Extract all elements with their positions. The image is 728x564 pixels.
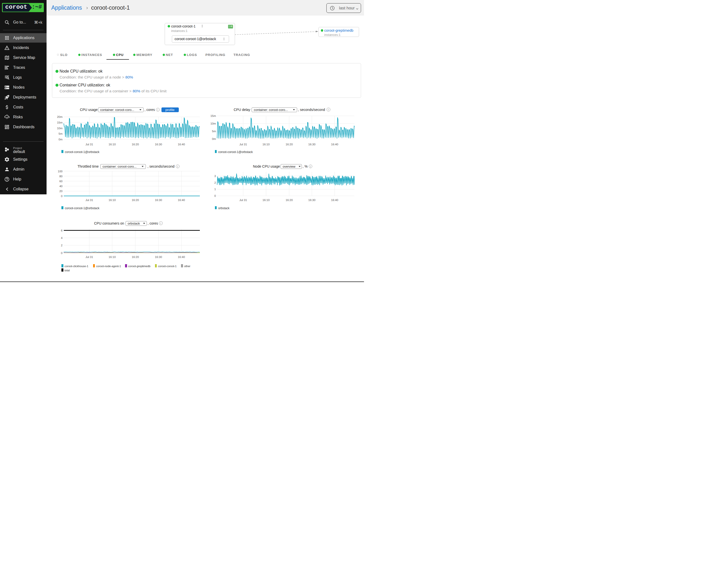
svg-text:1: 1 [214, 188, 216, 191]
svg-text:6: 6 [61, 229, 62, 232]
svg-text:15m: 15m [57, 121, 62, 124]
svg-text:15m: 15m [210, 114, 216, 117]
svg-text:10m: 10m [210, 122, 216, 125]
svg-text:10m: 10m [57, 127, 62, 130]
svg-text:20: 20 [59, 190, 63, 193]
svg-text:16:20: 16:20 [132, 256, 139, 258]
svg-text:Jul 31: Jul 31 [239, 143, 247, 146]
svg-text:16:30: 16:30 [155, 143, 162, 146]
svg-text:16:10: 16:10 [109, 143, 116, 146]
svg-text:0: 0 [61, 195, 62, 198]
svg-text:16:20: 16:20 [132, 199, 139, 202]
svg-text:2: 2 [214, 181, 216, 184]
svg-text:16:40: 16:40 [331, 199, 338, 202]
svg-text:16:30: 16:30 [155, 199, 162, 202]
svg-text:0: 0 [61, 252, 62, 255]
svg-text:0: 0 [214, 194, 216, 197]
svg-text:20m: 20m [57, 115, 62, 118]
svg-text:16:40: 16:40 [331, 143, 338, 146]
svg-text:16:10: 16:10 [109, 256, 116, 258]
svg-text:80: 80 [59, 175, 63, 178]
svg-text:60: 60 [59, 180, 63, 183]
svg-text:16:20: 16:20 [286, 143, 293, 146]
svg-text:100: 100 [58, 170, 62, 173]
svg-text:0m: 0m [59, 138, 63, 141]
svg-text:Jul 31: Jul 31 [85, 199, 93, 202]
svg-text:16:40: 16:40 [178, 199, 185, 202]
svg-text:0m: 0m [212, 137, 216, 140]
svg-text:40: 40 [59, 185, 63, 188]
svg-text:5m: 5m [59, 132, 63, 135]
svg-text:16:30: 16:30 [308, 199, 315, 202]
svg-text:5m: 5m [212, 130, 216, 133]
svg-text:16:20: 16:20 [132, 143, 139, 146]
svg-text:16:30: 16:30 [155, 256, 162, 258]
svg-text:2: 2 [61, 244, 62, 247]
svg-text:Jul 31: Jul 31 [239, 199, 247, 202]
svg-text:4: 4 [61, 236, 63, 239]
svg-text:16:10: 16:10 [262, 143, 270, 146]
svg-text:16:40: 16:40 [178, 256, 185, 258]
svg-text:Jul 31: Jul 31 [85, 143, 93, 146]
svg-text:16:10: 16:10 [109, 199, 116, 202]
svg-text:16:40: 16:40 [178, 143, 185, 146]
svg-text:16:30: 16:30 [308, 143, 315, 146]
svg-text:16:10: 16:10 [262, 199, 270, 202]
svg-text:16:20: 16:20 [286, 199, 293, 202]
svg-text:Jul 31: Jul 31 [85, 256, 93, 258]
svg-text:3: 3 [214, 175, 216, 178]
